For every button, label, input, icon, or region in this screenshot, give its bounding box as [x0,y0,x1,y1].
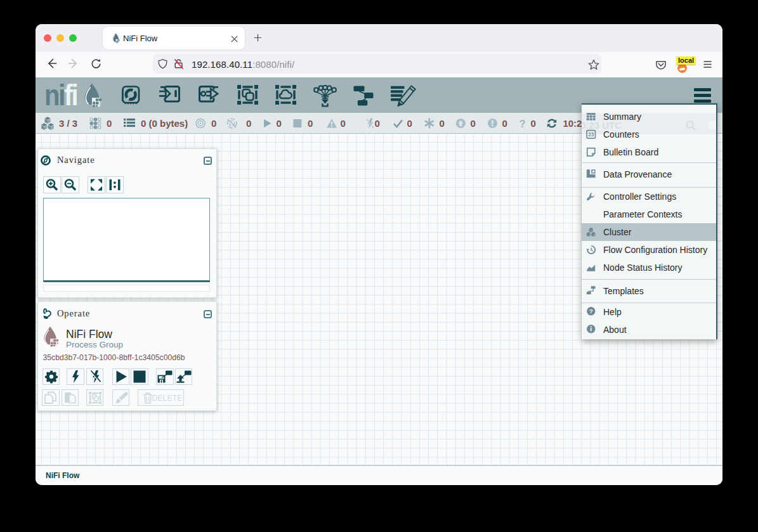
svg-text:?: ? [519,118,526,129]
svg-text:0: 0 [341,118,346,129]
svg-text:10:2: 10:2 [563,118,582,129]
svg-text:0: 0 [471,118,476,129]
svg-text:0: 0 [277,118,282,129]
svg-text:0: 0 [407,118,412,129]
svg-text:0: 0 [531,118,536,129]
svg-text:23: 23 [588,132,594,138]
svg-text:0: 0 [440,118,445,129]
svg-text:0 (0 bytes): 0 (0 bytes) [141,118,188,129]
svg-text:0: 0 [107,118,112,129]
svg-text:?: ? [589,308,593,315]
svg-text:0: 0 [502,118,507,129]
svg-text:3 / 3: 3 / 3 [59,118,77,129]
svg-text:0: 0 [375,118,380,129]
svg-text:0: 0 [246,118,251,129]
svg-text:0: 0 [308,118,313,129]
svg-text:0: 0 [211,118,216,129]
